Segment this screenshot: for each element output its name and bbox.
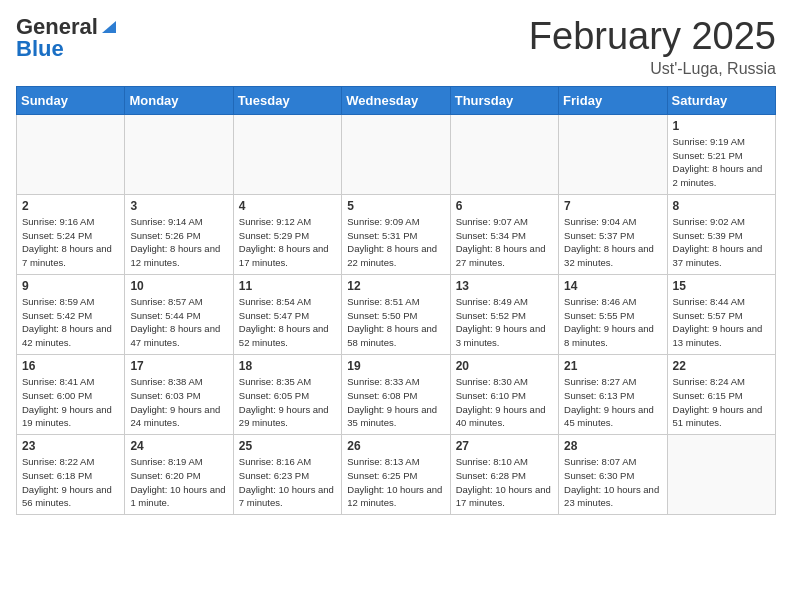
day-number: 1	[673, 119, 770, 133]
calendar-day-cell: 15Sunrise: 8:44 AM Sunset: 5:57 PM Dayli…	[667, 274, 775, 354]
logo: General Blue	[16, 16, 118, 60]
calendar-day-cell: 24Sunrise: 8:19 AM Sunset: 6:20 PM Dayli…	[125, 435, 233, 515]
day-info: Sunrise: 8:51 AM Sunset: 5:50 PM Dayligh…	[347, 295, 444, 350]
calendar-day-cell: 21Sunrise: 8:27 AM Sunset: 6:13 PM Dayli…	[559, 354, 667, 434]
day-info: Sunrise: 8:41 AM Sunset: 6:00 PM Dayligh…	[22, 375, 119, 430]
day-info: Sunrise: 9:16 AM Sunset: 5:24 PM Dayligh…	[22, 215, 119, 270]
day-number: 23	[22, 439, 119, 453]
day-number: 13	[456, 279, 553, 293]
day-info: Sunrise: 8:35 AM Sunset: 6:05 PM Dayligh…	[239, 375, 336, 430]
day-number: 22	[673, 359, 770, 373]
calendar-day-cell: 1Sunrise: 9:19 AM Sunset: 5:21 PM Daylig…	[667, 114, 775, 194]
calendar-day-cell: 10Sunrise: 8:57 AM Sunset: 5:44 PM Dayli…	[125, 274, 233, 354]
day-info: Sunrise: 8:49 AM Sunset: 5:52 PM Dayligh…	[456, 295, 553, 350]
calendar-table: SundayMondayTuesdayWednesdayThursdayFrid…	[16, 86, 776, 515]
month-title: February 2025	[529, 16, 776, 58]
day-number: 17	[130, 359, 227, 373]
calendar-day-cell: 26Sunrise: 8:13 AM Sunset: 6:25 PM Dayli…	[342, 435, 450, 515]
calendar-day-cell: 7Sunrise: 9:04 AM Sunset: 5:37 PM Daylig…	[559, 194, 667, 274]
calendar-day-cell	[125, 114, 233, 194]
day-number: 27	[456, 439, 553, 453]
day-number: 4	[239, 199, 336, 213]
day-number: 26	[347, 439, 444, 453]
day-info: Sunrise: 9:02 AM Sunset: 5:39 PM Dayligh…	[673, 215, 770, 270]
calendar-day-cell: 3Sunrise: 9:14 AM Sunset: 5:26 PM Daylig…	[125, 194, 233, 274]
day-number: 16	[22, 359, 119, 373]
calendar-day-cell	[559, 114, 667, 194]
calendar-week-row: 2Sunrise: 9:16 AM Sunset: 5:24 PM Daylig…	[17, 194, 776, 274]
day-number: 14	[564, 279, 661, 293]
location-text: Ust'-Luga, Russia	[529, 60, 776, 78]
day-info: Sunrise: 9:09 AM Sunset: 5:31 PM Dayligh…	[347, 215, 444, 270]
day-info: Sunrise: 8:10 AM Sunset: 6:28 PM Dayligh…	[456, 455, 553, 510]
day-info: Sunrise: 8:54 AM Sunset: 5:47 PM Dayligh…	[239, 295, 336, 350]
day-info: Sunrise: 8:33 AM Sunset: 6:08 PM Dayligh…	[347, 375, 444, 430]
day-number: 9	[22, 279, 119, 293]
calendar-day-cell: 2Sunrise: 9:16 AM Sunset: 5:24 PM Daylig…	[17, 194, 125, 274]
calendar-day-cell: 13Sunrise: 8:49 AM Sunset: 5:52 PM Dayli…	[450, 274, 558, 354]
calendar-day-cell: 25Sunrise: 8:16 AM Sunset: 6:23 PM Dayli…	[233, 435, 341, 515]
day-info: Sunrise: 8:22 AM Sunset: 6:18 PM Dayligh…	[22, 455, 119, 510]
calendar-day-cell: 18Sunrise: 8:35 AM Sunset: 6:05 PM Dayli…	[233, 354, 341, 434]
calendar-day-cell: 20Sunrise: 8:30 AM Sunset: 6:10 PM Dayli…	[450, 354, 558, 434]
day-info: Sunrise: 8:30 AM Sunset: 6:10 PM Dayligh…	[456, 375, 553, 430]
calendar-day-cell: 27Sunrise: 8:10 AM Sunset: 6:28 PM Dayli…	[450, 435, 558, 515]
calendar-day-cell	[667, 435, 775, 515]
day-number: 2	[22, 199, 119, 213]
page-header: General Blue February 2025 Ust'-Luga, Ru…	[16, 16, 776, 78]
day-number: 21	[564, 359, 661, 373]
calendar-day-cell: 23Sunrise: 8:22 AM Sunset: 6:18 PM Dayli…	[17, 435, 125, 515]
calendar-day-cell: 14Sunrise: 8:46 AM Sunset: 5:55 PM Dayli…	[559, 274, 667, 354]
weekday-header-monday: Monday	[125, 86, 233, 114]
day-info: Sunrise: 8:27 AM Sunset: 6:13 PM Dayligh…	[564, 375, 661, 430]
calendar-day-cell: 11Sunrise: 8:54 AM Sunset: 5:47 PM Dayli…	[233, 274, 341, 354]
day-number: 10	[130, 279, 227, 293]
day-info: Sunrise: 8:16 AM Sunset: 6:23 PM Dayligh…	[239, 455, 336, 510]
day-number: 5	[347, 199, 444, 213]
calendar-day-cell: 9Sunrise: 8:59 AM Sunset: 5:42 PM Daylig…	[17, 274, 125, 354]
weekday-header-thursday: Thursday	[450, 86, 558, 114]
day-info: Sunrise: 8:44 AM Sunset: 5:57 PM Dayligh…	[673, 295, 770, 350]
day-info: Sunrise: 8:38 AM Sunset: 6:03 PM Dayligh…	[130, 375, 227, 430]
calendar-day-cell	[342, 114, 450, 194]
day-info: Sunrise: 8:46 AM Sunset: 5:55 PM Dayligh…	[564, 295, 661, 350]
calendar-week-row: 23Sunrise: 8:22 AM Sunset: 6:18 PM Dayli…	[17, 435, 776, 515]
calendar-day-cell	[17, 114, 125, 194]
day-info: Sunrise: 8:13 AM Sunset: 6:25 PM Dayligh…	[347, 455, 444, 510]
day-number: 11	[239, 279, 336, 293]
calendar-day-cell	[450, 114, 558, 194]
calendar-day-cell: 16Sunrise: 8:41 AM Sunset: 6:00 PM Dayli…	[17, 354, 125, 434]
calendar-day-cell: 5Sunrise: 9:09 AM Sunset: 5:31 PM Daylig…	[342, 194, 450, 274]
calendar-day-cell: 28Sunrise: 8:07 AM Sunset: 6:30 PM Dayli…	[559, 435, 667, 515]
day-number: 6	[456, 199, 553, 213]
calendar-day-cell: 12Sunrise: 8:51 AM Sunset: 5:50 PM Dayli…	[342, 274, 450, 354]
calendar-day-cell: 17Sunrise: 8:38 AM Sunset: 6:03 PM Dayli…	[125, 354, 233, 434]
day-number: 25	[239, 439, 336, 453]
weekday-header-sunday: Sunday	[17, 86, 125, 114]
day-number: 15	[673, 279, 770, 293]
logo-icon	[100, 17, 118, 35]
day-info: Sunrise: 9:04 AM Sunset: 5:37 PM Dayligh…	[564, 215, 661, 270]
day-info: Sunrise: 8:24 AM Sunset: 6:15 PM Dayligh…	[673, 375, 770, 430]
day-number: 24	[130, 439, 227, 453]
calendar-day-cell: 22Sunrise: 8:24 AM Sunset: 6:15 PM Dayli…	[667, 354, 775, 434]
calendar-header-row: SundayMondayTuesdayWednesdayThursdayFrid…	[17, 86, 776, 114]
day-info: Sunrise: 9:07 AM Sunset: 5:34 PM Dayligh…	[456, 215, 553, 270]
calendar-day-cell: 19Sunrise: 8:33 AM Sunset: 6:08 PM Dayli…	[342, 354, 450, 434]
day-info: Sunrise: 8:59 AM Sunset: 5:42 PM Dayligh…	[22, 295, 119, 350]
day-number: 8	[673, 199, 770, 213]
calendar-week-row: 1Sunrise: 9:19 AM Sunset: 5:21 PM Daylig…	[17, 114, 776, 194]
day-number: 19	[347, 359, 444, 373]
calendar-day-cell: 4Sunrise: 9:12 AM Sunset: 5:29 PM Daylig…	[233, 194, 341, 274]
day-number: 28	[564, 439, 661, 453]
day-info: Sunrise: 9:19 AM Sunset: 5:21 PM Dayligh…	[673, 135, 770, 190]
day-number: 12	[347, 279, 444, 293]
weekday-header-wednesday: Wednesday	[342, 86, 450, 114]
weekday-header-saturday: Saturday	[667, 86, 775, 114]
svg-marker-0	[102, 21, 116, 33]
weekday-header-friday: Friday	[559, 86, 667, 114]
logo-general-text: General	[16, 16, 98, 38]
day-info: Sunrise: 9:12 AM Sunset: 5:29 PM Dayligh…	[239, 215, 336, 270]
weekday-header-tuesday: Tuesday	[233, 86, 341, 114]
day-number: 3	[130, 199, 227, 213]
